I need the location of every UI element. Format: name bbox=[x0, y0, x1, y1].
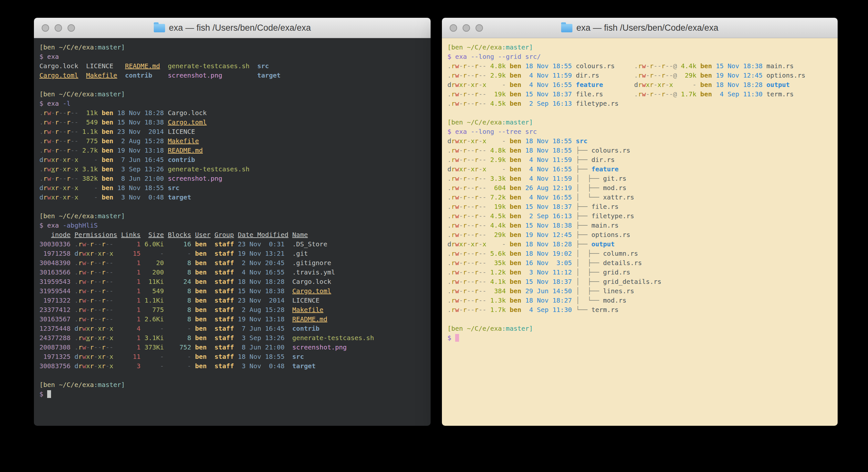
segment-dim: - bbox=[145, 325, 164, 332]
permission-char: . bbox=[447, 222, 451, 229]
permission-char: w bbox=[455, 156, 459, 164]
permission-char: - bbox=[459, 71, 463, 79]
segment-space bbox=[70, 240, 74, 248]
segment-space bbox=[572, 90, 576, 98]
titlebar[interactable]: exa — fish /Users/ben/Code/exa/exa bbox=[34, 18, 431, 38]
terminal-content-dark[interactable]: [ben ~/C/e/exa:master]$ exaCargo.lock LI… bbox=[34, 38, 431, 426]
segment-size: 1.2k bbox=[490, 268, 506, 276]
segment-space bbox=[506, 268, 510, 276]
segment-space bbox=[191, 315, 195, 323]
segment-space bbox=[78, 175, 82, 182]
segment-date: 19 Nov 13:21 bbox=[238, 249, 285, 257]
segment-space bbox=[521, 175, 525, 182]
permission-char: - bbox=[657, 62, 661, 70]
segment-space bbox=[486, 62, 490, 70]
permission-char: - bbox=[94, 334, 98, 342]
segment-links: 1 bbox=[114, 296, 141, 304]
segment-fg: file.rs bbox=[576, 90, 603, 98]
segment-space bbox=[70, 306, 74, 314]
permission-char: d bbox=[447, 240, 451, 248]
segment-space bbox=[506, 249, 510, 257]
permission-char: r bbox=[102, 306, 105, 314]
permission-char: - bbox=[63, 109, 66, 117]
permission-char: - bbox=[478, 268, 482, 276]
segment-prompt: [ben ~/C/e/exa bbox=[447, 325, 502, 332]
permission-char: x bbox=[471, 81, 474, 89]
permission-char: - bbox=[110, 296, 114, 304]
segment-size: 1.1Ki bbox=[145, 296, 164, 304]
titlebar[interactable]: exa — fish /Users/ben/Code/exa/exa bbox=[442, 18, 838, 38]
permission-char: w bbox=[455, 306, 459, 314]
permission-char: - bbox=[478, 137, 482, 145]
permission-char: - bbox=[110, 259, 114, 267]
permission-char: r bbox=[451, 203, 455, 210]
permission-char: d bbox=[634, 81, 638, 89]
permission-char: - bbox=[478, 90, 482, 98]
permission-char: r bbox=[55, 137, 59, 145]
permission-char: w bbox=[82, 268, 86, 276]
segment-space bbox=[572, 259, 576, 267]
zoom-button[interactable] bbox=[475, 24, 483, 32]
segment-inode: 30163566 bbox=[39, 268, 70, 276]
permission-char: r bbox=[55, 109, 59, 117]
segment-space bbox=[285, 306, 292, 314]
segment-space bbox=[521, 156, 525, 164]
terminal-line: Cargo.lock LICENCE README.md generate-te… bbox=[39, 61, 431, 71]
segment-size: 373Ki bbox=[145, 343, 164, 351]
terminal-line: .rw-r--r-- 775 ben 2 Aug 15:28 Makefile bbox=[39, 137, 431, 146]
segment-space bbox=[191, 231, 195, 239]
segment-space bbox=[506, 81, 510, 89]
zoom-button[interactable] bbox=[67, 24, 75, 32]
permission-char: r bbox=[102, 240, 105, 248]
permission-char: . bbox=[447, 175, 451, 182]
permission-char: x bbox=[63, 156, 66, 164]
permission-char: w bbox=[455, 222, 459, 229]
close-button[interactable] bbox=[450, 24, 457, 32]
segment-space bbox=[70, 287, 74, 295]
segment-space bbox=[486, 212, 490, 220]
segment-space bbox=[141, 249, 145, 257]
segment-space bbox=[486, 231, 490, 239]
segment-space bbox=[521, 203, 525, 210]
permission-char: r bbox=[78, 249, 82, 257]
permission-char: - bbox=[471, 249, 474, 257]
permission-char: - bbox=[467, 146, 471, 154]
permission-char: - bbox=[59, 118, 63, 126]
segment-tree: ├── bbox=[576, 156, 591, 164]
segment-ul: Makefile bbox=[168, 137, 199, 145]
segment-inode: 31959543 bbox=[39, 278, 70, 286]
permission-char: - bbox=[105, 296, 110, 304]
segment-date: 18 Nov 18:27 bbox=[525, 296, 572, 304]
permission-char: - bbox=[70, 109, 74, 117]
segment-size: 384 bbox=[490, 287, 506, 295]
permission-char: w bbox=[47, 165, 51, 173]
segment-size: 2.6Ki bbox=[145, 315, 164, 323]
minimize-button[interactable] bbox=[55, 24, 62, 32]
permission-char: x bbox=[74, 184, 78, 192]
segment-space bbox=[78, 137, 82, 145]
terminal-line: .rw-r--r-- 4.5k ben 2 Sep 16:13 filetype… bbox=[447, 99, 838, 108]
segment-space bbox=[164, 353, 168, 360]
permission-char: . bbox=[39, 175, 43, 182]
close-button[interactable] bbox=[42, 24, 49, 32]
segment-fg: options.rs bbox=[767, 71, 805, 79]
permission-char: x bbox=[86, 334, 90, 342]
segment-space bbox=[211, 231, 215, 239]
segment-user: staff bbox=[215, 259, 234, 267]
permission-char: - bbox=[110, 268, 114, 276]
permission-char: - bbox=[105, 278, 110, 286]
segment-size: 19k bbox=[490, 203, 506, 210]
terminal-line: drwxr-xr-x - ben 18 Nov 18:55 src bbox=[447, 137, 838, 146]
segment-user: staff bbox=[215, 287, 234, 295]
permission-char: - bbox=[478, 62, 482, 70]
segment-space bbox=[285, 343, 292, 351]
segment-date: 8 Jun 21:00 bbox=[238, 343, 285, 351]
permission-char: w bbox=[642, 90, 646, 98]
segment-links: 1 bbox=[114, 287, 141, 295]
permission-char: - bbox=[665, 71, 669, 79]
terminal-content-light[interactable]: [ben ~/C/e/exa:master]$ exa --long --gri… bbox=[442, 38, 838, 426]
segment-space bbox=[164, 137, 168, 145]
segment-space bbox=[572, 287, 576, 295]
minimize-button[interactable] bbox=[463, 24, 470, 32]
segment-branch: :master] bbox=[94, 43, 125, 51]
